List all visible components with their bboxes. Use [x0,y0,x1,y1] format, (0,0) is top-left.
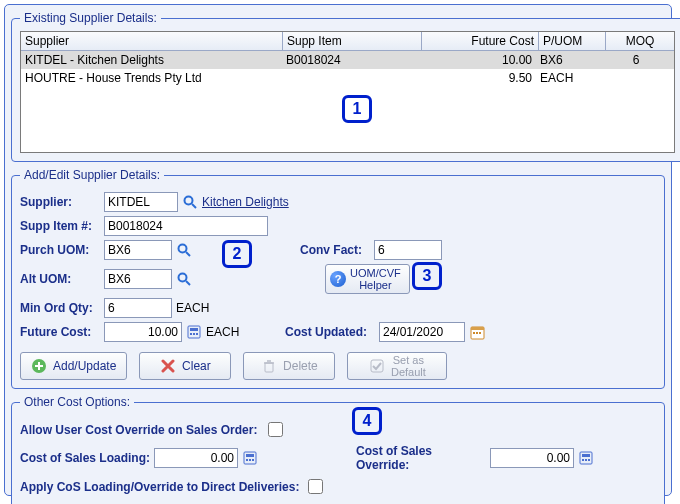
svg-rect-14 [476,332,478,334]
min-ord-qty-unit: EACH [176,301,222,315]
svg-rect-12 [471,327,484,330]
apply-direct-checkbox[interactable] [308,479,323,494]
alt-uom-input[interactable] [104,269,172,289]
supplier-name-link[interactable]: Kitchen Delights [202,195,289,209]
table-row[interactable]: KITDEL - Kitchen Delights B0018024 10.00… [21,51,674,69]
svg-rect-18 [371,360,383,372]
svg-rect-8 [190,333,192,335]
edit-supplier-legend: Add/Edit Supplier Details: [20,168,164,182]
col-supplier[interactable]: Supplier [21,32,283,50]
future-cost-input[interactable] [104,322,182,342]
apply-direct-label: Apply CoS Loading/Override to Direct Del… [20,480,300,494]
conv-fact-label: Conv Fact: [300,243,370,257]
svg-line-3 [186,252,190,256]
existing-supplier-fieldset: Existing Supplier Details: Supplier Supp… [11,11,680,162]
calculator-icon[interactable] [186,324,202,340]
svg-rect-25 [582,454,590,457]
svg-rect-17 [265,363,273,372]
calculator-icon[interactable] [242,450,258,466]
svg-rect-19 [244,452,256,464]
svg-rect-20 [246,454,254,457]
conv-fact-input[interactable] [374,240,442,260]
override-input[interactable] [490,448,574,468]
calendar-icon[interactable] [469,324,485,340]
col-future-cost[interactable]: Future Cost [422,32,539,50]
table-row[interactable]: HOUTRE - House Trends Pty Ltd 9.50 EACH [21,69,674,87]
cost-updated-input[interactable] [379,322,465,342]
cost-updated-label: Cost Updated: [285,325,375,339]
min-ord-qty-input[interactable] [104,298,172,318]
future-cost-label: Future Cost: [20,325,100,339]
trash-icon [261,358,277,374]
min-ord-qty-label: Min Ord Qty: [20,301,100,315]
existing-supplier-legend: Existing Supplier Details: [20,11,161,25]
svg-rect-6 [188,326,200,338]
future-cost-unit: EACH [206,325,252,339]
svg-rect-27 [585,459,587,461]
delete-button[interactable]: Delete [243,352,335,380]
svg-rect-26 [582,459,584,461]
svg-rect-21 [246,459,248,461]
svg-rect-24 [580,452,592,464]
calculator-icon[interactable] [578,450,594,466]
supplier-label: Supplier: [20,195,100,209]
svg-rect-13 [473,332,475,334]
clear-button[interactable]: Clear [139,352,231,380]
set-default-button[interactable]: Set as Default [347,352,447,380]
svg-rect-22 [249,459,251,461]
override-label: Cost of Sales Override: [356,444,486,472]
svg-point-2 [179,245,187,253]
alt-uom-label: Alt UOM: [20,272,100,286]
loading-label: Cost of Sales Loading: [20,451,150,465]
supp-item-input[interactable] [104,216,268,236]
allow-override-label: Allow User Cost Override on Sales Order: [20,423,260,437]
other-cost-options-fieldset: Other Cost Options: Allow User Cost Over… [11,395,665,504]
svg-rect-15 [479,332,481,334]
svg-rect-28 [588,459,590,461]
supplier-code-input[interactable] [104,192,178,212]
check-icon [369,358,385,374]
svg-point-4 [179,274,187,282]
uom-helper-button[interactable]: ? UOM/CVF Helper [325,264,410,294]
svg-rect-10 [196,333,198,335]
lookup-icon[interactable] [182,194,198,210]
add-update-button[interactable]: Add/Update [20,352,127,380]
other-cost-legend: Other Cost Options: [20,395,134,409]
supplier-table: Supplier Supp Item Future Cost P/UOM MOQ… [20,31,675,153]
help-icon: ? [330,271,346,287]
x-icon [160,358,176,374]
col-moq[interactable]: MOQ [606,32,674,50]
lookup-icon[interactable] [176,271,192,287]
supp-item-label: Supp Item #: [20,219,100,233]
svg-rect-7 [190,328,198,331]
allow-override-checkbox[interactable] [268,422,283,437]
svg-line-5 [186,281,190,285]
svg-rect-9 [193,333,195,335]
purch-uom-input[interactable] [104,240,172,260]
svg-line-1 [192,204,196,208]
edit-supplier-fieldset: Add/Edit Supplier Details: Supplier: Kit… [11,168,665,389]
col-supp-item[interactable]: Supp Item [283,32,422,50]
loading-input[interactable] [154,448,238,468]
svg-point-0 [185,197,193,205]
lookup-icon[interactable] [176,242,192,258]
purch-uom-label: Purch UOM: [20,243,100,257]
col-p-uom[interactable]: P/UOM [539,32,606,50]
svg-rect-23 [252,459,254,461]
plus-icon [31,358,47,374]
